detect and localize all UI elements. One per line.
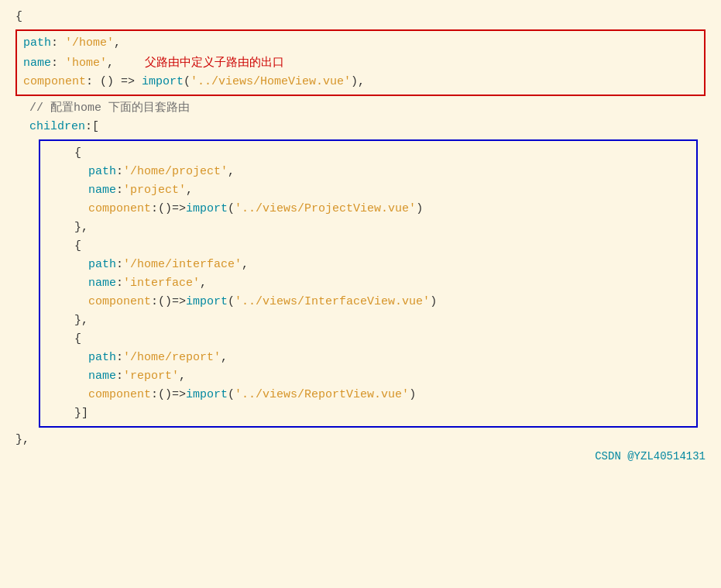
block2-name: name:'interface', bbox=[46, 274, 690, 293]
block1-close: }, bbox=[46, 218, 690, 237]
children-open-line: children:[ bbox=[15, 118, 706, 136]
block1-component: component:()=>import('../views/ProjectVi… bbox=[46, 200, 690, 218]
line-open-brace: { bbox=[15, 8, 706, 26]
block3-close: }] bbox=[46, 404, 690, 423]
block3-name: name:'report', bbox=[46, 367, 690, 386]
outer-close-line: }, bbox=[15, 431, 706, 449]
block1-path: path:'/home/project', bbox=[46, 163, 690, 181]
red-box: path: '/home', name: 'home', 父路由中定义子路由的出… bbox=[15, 29, 706, 96]
comment-text: // 配置home 下面的目套路由 bbox=[15, 99, 190, 118]
annotation-text: 父路由中定义子路由的出口 bbox=[145, 53, 284, 71]
children-key: children bbox=[15, 118, 85, 136]
block2-path: path:'/home/interface', bbox=[46, 256, 690, 274]
block1-open: { bbox=[46, 144, 690, 163]
red-name-line: name: 'home', 父路由中定义子路由的出口 bbox=[23, 53, 698, 73]
code-area: { path: '/home', name: 'home', 父路由中定义子路由… bbox=[0, 0, 721, 473]
watermark: CSDN @YZL40514131 bbox=[595, 448, 706, 465]
outer-close: }, bbox=[15, 431, 29, 449]
component-path: '../views/HomeView.vue' bbox=[191, 73, 351, 91]
block3-open: { bbox=[46, 330, 690, 349]
red-component-line: component: () => import('../views/HomeVi… bbox=[23, 73, 698, 91]
block2-component: component:()=>import('../views/Interface… bbox=[46, 293, 690, 311]
block2-open: { bbox=[46, 237, 690, 256]
path-value: '/home' bbox=[65, 34, 114, 53]
path-key: path bbox=[23, 34, 51, 53]
open-brace: { bbox=[15, 8, 22, 26]
blue-box: { path:'/home/project', name:'project', … bbox=[39, 139, 698, 428]
name-key: name bbox=[23, 54, 51, 73]
component-key: component bbox=[23, 73, 86, 91]
block3-path: path:'/home/report', bbox=[46, 349, 690, 367]
block1-name: name:'project', bbox=[46, 181, 690, 200]
import-keyword: import bbox=[142, 73, 184, 91]
name-value: 'home' bbox=[65, 54, 107, 73]
block2-close: }, bbox=[46, 311, 690, 330]
comment-line: // 配置home 下面的目套路由 bbox=[15, 99, 706, 118]
block3-component: component:()=>import('../views/ReportVie… bbox=[46, 386, 690, 404]
red-path-line: path: '/home', bbox=[23, 34, 698, 53]
